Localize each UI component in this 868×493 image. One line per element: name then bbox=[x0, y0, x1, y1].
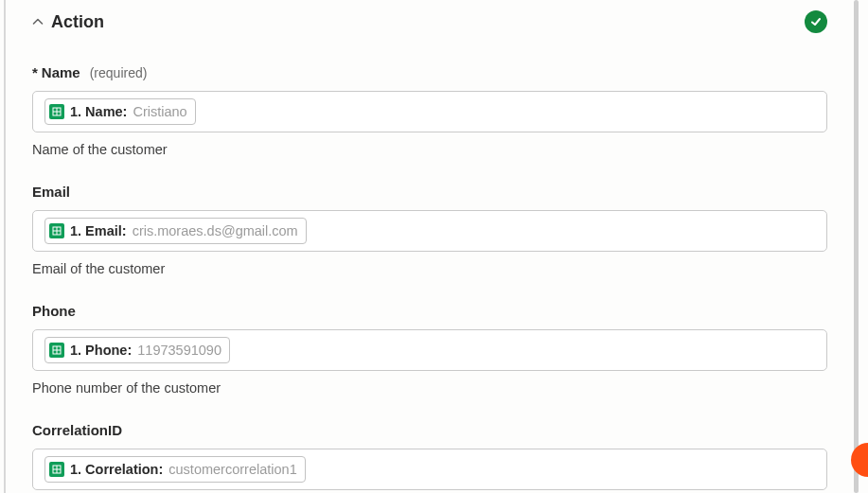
token-key: 1. Name: bbox=[70, 102, 127, 121]
chevron-up-icon bbox=[32, 16, 44, 27]
field-help-phone: Phone number of the customer bbox=[32, 380, 827, 396]
field-correlationid: CorrelationID 1. Correlation: customerco… bbox=[32, 422, 827, 493]
section-header[interactable]: Action bbox=[32, 8, 827, 36]
token-value: 11973591090 bbox=[137, 341, 221, 360]
field-label-correlationid: CorrelationID bbox=[32, 422, 122, 438]
token-pill-phone[interactable]: 1. Phone: 11973591090 bbox=[44, 337, 230, 363]
field-label-name: *Name bbox=[32, 64, 80, 80]
token-value: Cristiano bbox=[133, 102, 186, 121]
field-label-email: Email bbox=[32, 184, 70, 200]
action-panel: Action *Name (required) 1. Name: Cristia… bbox=[6, 0, 854, 493]
sheet-icon bbox=[49, 104, 64, 119]
field-phone: Phone 1. Phone: 11973591090 Phone number… bbox=[32, 303, 827, 396]
token-value: cris.moraes.ds@gmail.com bbox=[133, 221, 298, 240]
token-pill-name[interactable]: 1. Name: Cristiano bbox=[44, 98, 196, 125]
token-value: customercorrelation1 bbox=[168, 460, 296, 479]
field-label-phone: Phone bbox=[32, 303, 76, 319]
field-help-name: Name of the customer bbox=[32, 142, 827, 157]
sheet-icon bbox=[49, 223, 64, 238]
phone-input[interactable]: 1. Phone: 11973591090 bbox=[32, 329, 827, 371]
sheet-icon bbox=[49, 462, 64, 477]
name-input[interactable]: 1. Name: Cristiano bbox=[32, 91, 827, 132]
token-key: 1. Phone: bbox=[70, 341, 132, 360]
correlationid-input[interactable]: 1. Correlation: customercorrelation1 bbox=[32, 449, 827, 490]
sheet-icon bbox=[49, 343, 64, 358]
token-key: 1. Correlation: bbox=[70, 460, 163, 479]
email-input[interactable]: 1. Email: cris.moraes.ds@gmail.com bbox=[32, 210, 827, 252]
field-help-email: Email of the customer bbox=[32, 261, 827, 276]
field-required-text: (required) bbox=[90, 65, 148, 80]
scrollbar[interactable] bbox=[854, 0, 859, 493]
field-email: Email 1. Email: cris.moraes.ds@gmail.com… bbox=[32, 184, 827, 276]
token-key: 1. Email: bbox=[70, 221, 127, 240]
token-pill-email[interactable]: 1. Email: cris.moraes.ds@gmail.com bbox=[44, 218, 307, 244]
token-pill-correlationid[interactable]: 1. Correlation: customercorrelation1 bbox=[44, 456, 306, 483]
field-name: *Name (required) 1. Name: Cristiano Name… bbox=[32, 64, 827, 157]
status-ok-icon bbox=[805, 10, 827, 33]
section-title: Action bbox=[51, 12, 104, 32]
